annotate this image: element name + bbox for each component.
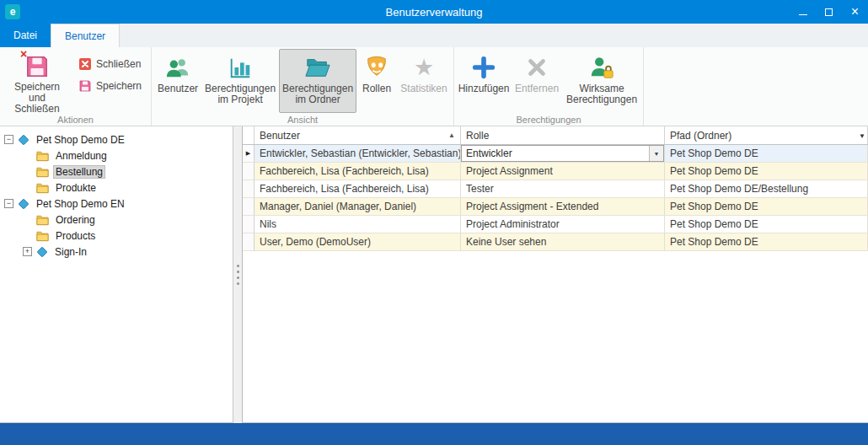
maximize-button[interactable] (816, 0, 842, 24)
cell-rolle[interactable]: Project Assigment - Extended (461, 198, 665, 216)
panel-splitter[interactable] (233, 126, 242, 423)
tree-node-produkte[interactable]: Produkte (0, 180, 233, 196)
group-label-aktionen: Aktionen (0, 115, 151, 125)
cell-rolle[interactable]: Project Assignment (461, 163, 665, 180)
expand-icon[interactable]: + (23, 247, 32, 256)
column-title: Rolle (466, 130, 489, 142)
column-title: Pfad (Ordner) (670, 130, 731, 142)
add-button[interactable]: Hinzufügen (457, 49, 511, 113)
tab-datei[interactable]: Datei (0, 24, 51, 47)
close-button[interactable]: × (842, 0, 868, 24)
cell-benutzer[interactable]: Fachbereich, Lisa (Fachbereich, Lisa) (255, 180, 461, 198)
maximize-icon (825, 8, 833, 16)
row-indicator-icon: ▶ (246, 150, 250, 157)
group-label-berechtigungen: Berechtigungen (454, 115, 643, 125)
save-label: Speichern (96, 80, 142, 92)
folder-icon (36, 229, 49, 242)
tree-node-ordering[interactable]: Ordering (0, 212, 233, 228)
grid-row[interactable]: ▶ Entwickler, Sebastian (Entwickler, Seb… (243, 145, 868, 163)
cell-rolle-editor[interactable]: Entwickler ▼ (461, 145, 665, 163)
grid-header-rolle[interactable]: Rolle (461, 126, 665, 144)
project-icon (18, 198, 29, 210)
plus-icon (470, 54, 497, 81)
cell-pfad[interactable]: Pet Shop Demo DE (665, 145, 868, 163)
gray-x-icon (523, 54, 550, 81)
users-icon (164, 54, 191, 81)
row-indicator (243, 180, 255, 198)
tree-node-sign-in[interactable]: + Sign-In (0, 244, 233, 260)
chevron-down-icon: ▼ (654, 151, 660, 157)
remove-button: Entfernen (511, 49, 563, 113)
grid-row[interactable]: Fachbereich, Lisa (Fachbereich, Lisa) Pr… (243, 163, 868, 180)
add-label: Hinzufügen (458, 83, 510, 94)
tree-node-bestellung[interactable]: Bestellung (0, 164, 233, 180)
combobox-dropdown-button[interactable]: ▼ (649, 146, 663, 161)
role-combobox[interactable]: Entwickler ▼ (461, 145, 664, 162)
grid-row[interactable]: Fachbereich, Lisa (Fachbereich, Lisa) Te… (243, 180, 868, 198)
cell-benutzer[interactable]: Nils (255, 216, 461, 233)
grid-row[interactable]: Manager, Daniel (Manager, Daniel) Projec… (243, 198, 868, 216)
cell-benutzer[interactable]: User, Demo (DemoUser) (255, 233, 461, 251)
users-view-button[interactable]: Benutzer (154, 49, 201, 113)
close-icon: × (851, 5, 859, 19)
tree-node-label-selected: Bestellung (53, 165, 105, 179)
collapse-icon[interactable]: − (4, 199, 13, 208)
ribbon: × Speichern und Schließen Schließen Spei… (0, 47, 868, 126)
mask-icon (363, 54, 390, 81)
title-bar: e Benutzerverwaltung × (0, 0, 868, 24)
folder-icon (36, 165, 49, 178)
cell-pfad[interactable]: Pet Shop Demo DE (665, 163, 868, 180)
splitter-dot (237, 265, 239, 267)
window-title: Benutzerverwaltung (0, 6, 868, 19)
cell-pfad[interactable]: Pet Shop Demo DE (665, 233, 868, 251)
project-chart-icon (227, 54, 254, 81)
close-x-icon (78, 57, 92, 71)
splitter-dot (237, 282, 239, 285)
ribbon-group-berechtigungen: Hinzufügen Entfernen Wirksame Berechtigu… (454, 47, 644, 126)
project-icon (18, 134, 29, 146)
cell-benutzer[interactable]: Entwickler, Sebastian (Entwickler, Sebas… (255, 145, 461, 163)
grid-row[interactable]: Nils Project Administrator Pet Shop Demo… (243, 216, 868, 233)
statistics-label: Statistiken (400, 83, 447, 94)
save-and-close-icon: × (24, 54, 51, 79)
folder-icon (36, 213, 49, 226)
roles-button[interactable]: Rollen (356, 49, 397, 113)
cell-pfad[interactable]: Pet Shop Demo DE (665, 198, 868, 216)
tab-benutzer[interactable]: Benutzer (51, 24, 120, 47)
tree-node-label: Pet Shop Demo EN (34, 197, 127, 211)
effective-permissions-button[interactable]: Wirksame Berechtigungen (563, 49, 640, 113)
save-and-close-button[interactable]: × Speichern und Schließen (3, 49, 72, 113)
cell-benutzer[interactable]: Fachbereich, Lisa (Fachbereich, Lisa) (255, 163, 461, 180)
grid-row[interactable]: User, Demo (DemoUser) Keine User sehen P… (243, 233, 868, 251)
minimize-button[interactable] (790, 0, 816, 24)
collapse-icon[interactable]: − (4, 135, 13, 144)
cell-pfad[interactable]: Pet Shop Demo DE/Bestellung (665, 180, 868, 198)
grid-header-indicator (243, 126, 255, 144)
save-button[interactable]: Speichern (75, 78, 145, 94)
roles-label: Rollen (362, 83, 391, 94)
tree-node-pet-shop-demo-de[interactable]: − Pet Shop Demo DE (0, 131, 233, 147)
grid-header-benutzer[interactable]: Benutzer ▲ (255, 126, 461, 144)
tree-node-anmeldung[interactable]: Anmeldung (0, 147, 233, 164)
grid-header-pfad[interactable]: Pfad (Ordner) (665, 126, 868, 144)
app-icon: e (5, 4, 20, 19)
star-icon: ★ (410, 54, 437, 81)
cell-rolle[interactable]: Tester (461, 180, 665, 198)
cell-rolle[interactable]: Project Administrator (461, 216, 665, 233)
remove-label: Entfernen (515, 83, 559, 94)
cell-benutzer[interactable]: Manager, Daniel (Manager, Daniel) (255, 198, 461, 216)
cell-rolle[interactable]: Keine User sehen (461, 233, 665, 251)
close-window-button[interactable]: Schließen (75, 56, 145, 72)
tree-node-products[interactable]: Products (0, 228, 233, 244)
window-controls: × (790, 0, 868, 24)
tree-node-label: Pet Shop Demo DE (34, 133, 127, 147)
tree-node-pet-shop-demo-en[interactable]: − Pet Shop Demo EN (0, 196, 233, 212)
tree-node-label: Ordering (53, 213, 98, 227)
scroll-corner-icon[interactable]: ▼ (859, 132, 865, 140)
row-indicator: ▶ (243, 145, 255, 163)
permissions-folder-button[interactable]: Berechtigungen im Ordner (279, 49, 356, 113)
permissions-project-button[interactable]: Berechtigungen im Projekt (201, 49, 279, 113)
cell-pfad[interactable]: Pet Shop Demo DE (665, 216, 868, 233)
status-bar (0, 423, 868, 445)
ribbon-group-aktionen: × Speichern und Schließen Schließen Spei… (0, 47, 152, 126)
